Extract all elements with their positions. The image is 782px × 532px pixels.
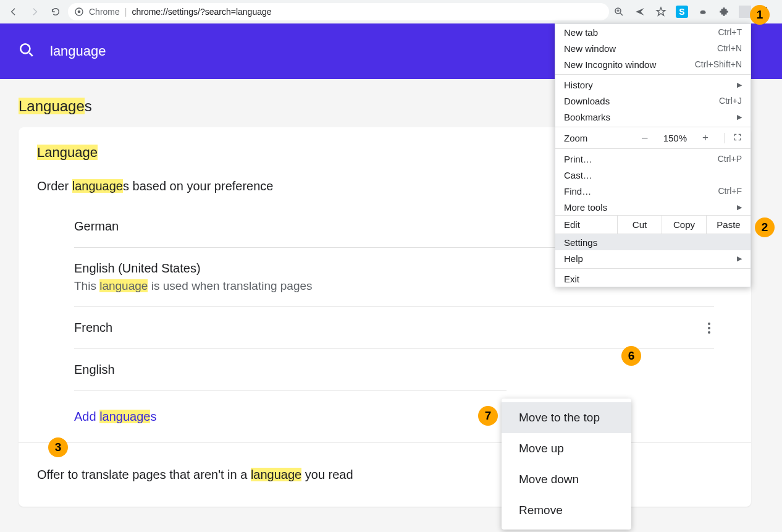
chrome-icon (74, 7, 84, 17)
step-badge-3: 3 (48, 437, 68, 457)
language-name: French (74, 321, 112, 335)
chevron-right-icon: ▶ (737, 255, 742, 263)
menu-history[interactable]: History▶ (555, 77, 750, 93)
menu-copy[interactable]: Copy (662, 216, 706, 234)
action-move-down[interactable]: Move down (502, 464, 631, 495)
step-badge-2: 2 (755, 217, 775, 237)
svg-point-3 (20, 44, 30, 53)
extension-icon-1[interactable] (697, 6, 709, 18)
action-remove[interactable]: Remove (502, 495, 631, 526)
menu-new-window[interactable]: New windowCtrl+N (555, 40, 750, 56)
skype-extension-icon[interactable]: S (676, 6, 688, 18)
send-icon[interactable] (634, 6, 646, 18)
menu-new-tab[interactable]: New tabCtrl+T (555, 24, 750, 40)
menu-cut[interactable]: Cut (617, 216, 662, 234)
search-icon (19, 42, 35, 61)
back-button[interactable] (5, 3, 22, 20)
zoom-out-button[interactable]: – (639, 132, 651, 144)
menu-edit: Edit Cut Copy Paste (555, 215, 750, 234)
fullscreen-button[interactable] (724, 133, 742, 143)
menu-more-tools[interactable]: More tools▶ (555, 199, 750, 215)
reload-button[interactable] (47, 3, 64, 20)
step-badge-1: 1 (750, 5, 770, 25)
language-subtext: This language is used when translating p… (74, 279, 313, 293)
extensions-icon[interactable] (718, 6, 730, 18)
menu-exit[interactable]: Exit (555, 271, 750, 287)
chevron-right-icon: ▶ (737, 81, 742, 89)
star-icon[interactable] (655, 6, 667, 18)
language-name: English (74, 363, 115, 377)
menu-help[interactable]: Help▶ (555, 250, 750, 266)
omnibox-url: chrome://settings/?search=language (132, 7, 271, 17)
svg-point-1 (78, 11, 81, 14)
add-languages-button[interactable]: Add languages (19, 391, 751, 424)
search-query[interactable]: language (50, 43, 106, 59)
zoom-icon[interactable] (613, 6, 625, 18)
profile-avatar[interactable] (739, 6, 751, 18)
forward-button[interactable] (26, 3, 43, 20)
menu-paste[interactable]: Paste (706, 216, 750, 234)
step-badge-6: 6 (621, 346, 641, 366)
address-bar[interactable]: Chrome | chrome://settings/?search=langu… (68, 3, 609, 20)
action-move-to-top[interactable]: Move to the top (502, 402, 631, 433)
menu-find[interactable]: Find…Ctrl+F (555, 183, 750, 199)
menu-settings[interactable]: Settings (555, 234, 750, 250)
chevron-right-icon: ▶ (737, 113, 742, 121)
menu-incognito[interactable]: New Incognito windowCtrl+Shift+N (555, 56, 750, 72)
language-row-french: French (74, 307, 714, 349)
language-row-english: English (74, 349, 507, 391)
language-action-menu: Move to the top Move up Move down Remove (502, 399, 631, 530)
offer-translate-label: Offer to translate pages that aren't in … (19, 442, 751, 494)
action-move-up[interactable]: Move up (502, 433, 631, 464)
browser-toolbar: Chrome | chrome://settings/?search=langu… (0, 0, 782, 23)
zoom-level: 150% (663, 133, 687, 143)
language-name: English (United States) (74, 261, 313, 276)
menu-print[interactable]: Print…Ctrl+P (555, 151, 750, 167)
menu-bookmarks[interactable]: Bookmarks▶ (555, 109, 750, 125)
menu-cast[interactable]: Cast… (555, 167, 750, 183)
menu-zoom: Zoom – 150% + (555, 129, 750, 146)
omnibox-divider: | (125, 7, 127, 17)
chevron-right-icon: ▶ (737, 203, 742, 211)
omnibox-origin: Chrome (89, 7, 120, 17)
chrome-menu-dropdown: New tabCtrl+T New windowCtrl+N New Incog… (555, 23, 751, 287)
zoom-in-button[interactable]: + (699, 132, 712, 144)
menu-downloads[interactable]: DownloadsCtrl+J (555, 93, 750, 109)
language-actions-button[interactable] (708, 323, 714, 334)
step-badge-7: 7 (478, 406, 498, 426)
language-name: German (74, 219, 119, 234)
